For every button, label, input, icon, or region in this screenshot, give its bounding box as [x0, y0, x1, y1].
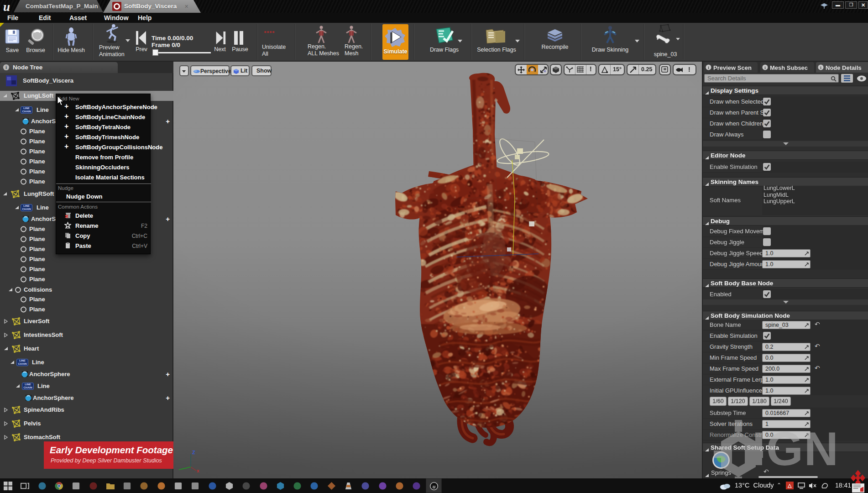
svg-text:i: i: [5, 65, 7, 70]
svg-text:u: u: [3, 0, 10, 13]
svg-text:x: x: [197, 468, 199, 472]
svg-text:i: i: [708, 65, 709, 70]
svg-text:u: u: [432, 483, 435, 490]
svg-text:i: i: [764, 65, 766, 70]
svg-text:Z: Z: [192, 450, 195, 455]
svg-text:i: i: [820, 65, 821, 70]
